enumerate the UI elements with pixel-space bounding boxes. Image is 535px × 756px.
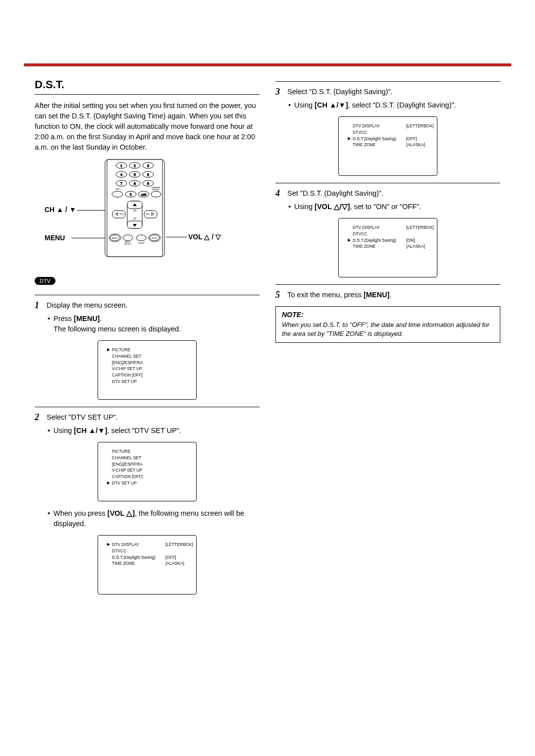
note-text: When you set D.S.T. to "OFF", the date a… bbox=[282, 321, 494, 338]
separator bbox=[35, 407, 260, 407]
separator bbox=[35, 295, 260, 295]
osd-menu-2: PICTURECHANNEL SET[ENG]/ESP/FRAV-CHIP SE… bbox=[98, 442, 197, 501]
callout-line bbox=[77, 210, 107, 211]
svg-text:7: 7 bbox=[120, 182, 122, 185]
remote-label-vol: VOL △ / ▽ bbox=[188, 233, 221, 241]
svg-text:–/ENT: –/ENT bbox=[114, 188, 120, 190]
step-text: To exit the menu, press [MENU]. bbox=[287, 290, 391, 300]
bullet-text: When you press [VOL △], the following me… bbox=[54, 508, 260, 529]
separator bbox=[275, 183, 500, 183]
section-title: D.S.T. bbox=[35, 78, 260, 95]
svg-text:9: 9 bbox=[147, 182, 149, 185]
dtv-badge: DTV bbox=[35, 277, 55, 285]
step-number: 1 bbox=[35, 300, 44, 311]
svg-text:1: 1 bbox=[120, 164, 122, 167]
left-column: D.S.T. After the initial setting you set… bbox=[35, 78, 260, 601]
step-text: Set "D.S.T. (Daylight Saving)". bbox=[287, 188, 383, 198]
svg-text:MENU: MENU bbox=[112, 237, 118, 239]
svg-point-43 bbox=[123, 235, 133, 241]
step-2: 2 Select "DTV SET UP". bbox=[35, 412, 260, 423]
svg-text:3: 3 bbox=[147, 164, 149, 167]
svg-text:CH: CH bbox=[133, 210, 137, 212]
bullet-continuation: The following menu screen is displayed. bbox=[54, 324, 260, 334]
bullet-icon: • bbox=[288, 100, 294, 110]
osd-menu-4: DTV DISPLAY[LETTERBOX]DTVCC▶D.S.T.(Dayli… bbox=[338, 116, 437, 176]
osd-menu-1: ▶PICTURECHANNEL SET[ENG]/ESP/FRAV-CHIP S… bbox=[98, 340, 197, 400]
svg-text:+100: +100 bbox=[141, 193, 146, 196]
step-number: 4 bbox=[275, 188, 284, 199]
bullet-icon: • bbox=[48, 314, 54, 324]
svg-text:SLEEP: SLEEP bbox=[138, 242, 145, 244]
remote-label-menu: MENU bbox=[45, 234, 65, 242]
step-1: 1 Display the menu screen. bbox=[35, 300, 260, 311]
svg-text:0: 0 bbox=[130, 193, 132, 196]
bullet-icon: • bbox=[48, 426, 54, 436]
callout-line bbox=[71, 238, 106, 238]
bullet-text: Using [CH ▲/▼], select "DTV SET UP". bbox=[54, 426, 181, 436]
svg-point-25 bbox=[151, 191, 161, 197]
svg-text:CH: CH bbox=[133, 217, 137, 220]
svg-text:8: 8 bbox=[134, 182, 136, 185]
step-5: 5 To exit the menu, press [MENU]. bbox=[275, 290, 500, 300]
step-4: 4 Set "D.S.T. (Daylight Saving)". bbox=[275, 188, 500, 199]
bullet-text: Using [CH ▲/▼], select "D.S.T. (Daylight… bbox=[294, 100, 456, 110]
remote-label-ch: CH ▲ / ▼ bbox=[45, 206, 76, 214]
bullet-icon: • bbox=[48, 508, 54, 529]
step-text: Display the menu screen. bbox=[47, 300, 128, 310]
svg-text:MUTE: MUTE bbox=[152, 237, 158, 239]
svg-text:5: 5 bbox=[134, 173, 136, 176]
right-column: 3 Select "D.S.T. (Daylight Saving)". • U… bbox=[275, 78, 500, 601]
remote-diagram: CH ▲ / ▼ MENU VOL △ / ▽ 1 2 3 4 5 bbox=[59, 159, 260, 268]
step-text: Select "D.S.T. (Daylight Saving)". bbox=[287, 87, 393, 97]
svg-text:VOL: VOL bbox=[119, 213, 124, 216]
note-box: NOTE: When you set D.S.T. to "OFF", the … bbox=[275, 306, 500, 343]
svg-text:VOL: VOL bbox=[145, 213, 150, 216]
svg-text:RECALL: RECALL bbox=[152, 188, 160, 191]
bullet-text: Press [MENU]. bbox=[54, 314, 102, 324]
svg-text:2: 2 bbox=[134, 164, 136, 167]
intro-text: After the initial setting you set when y… bbox=[35, 101, 260, 153]
separator bbox=[275, 284, 500, 285]
bullet-text: Using [VOL △/▽], set to "ON" or "OFF". bbox=[294, 202, 421, 212]
osd-menu-3: ▶DTV DISPLAY[LETTERBOX]DTVCCD.S.T.(Dayli… bbox=[98, 535, 197, 594]
remote-svg: 1 2 3 4 5 6 7 8 9 0 +100 –/ENT bbox=[104, 159, 183, 258]
svg-text:6: 6 bbox=[147, 173, 149, 176]
step-3: 3 Select "D.S.T. (Daylight Saving)". bbox=[275, 87, 500, 97]
svg-text:SELECT: SELECT bbox=[124, 243, 132, 245]
step-text: Select "DTV SET UP". bbox=[47, 412, 118, 422]
svg-text:4: 4 bbox=[120, 173, 122, 176]
step-number: 2 bbox=[35, 412, 44, 423]
note-title: NOTE: bbox=[282, 311, 494, 319]
bullet-icon: • bbox=[288, 202, 294, 212]
separator bbox=[275, 81, 500, 82]
svg-point-44 bbox=[136, 235, 146, 241]
osd-menu-5: DTV DISPLAY[LETTERBOX]DTVCC▶D.S.T.(Dayli… bbox=[338, 218, 437, 277]
step-number: 5 bbox=[275, 290, 284, 300]
svg-point-20 bbox=[112, 191, 123, 197]
step-number: 3 bbox=[275, 87, 284, 97]
